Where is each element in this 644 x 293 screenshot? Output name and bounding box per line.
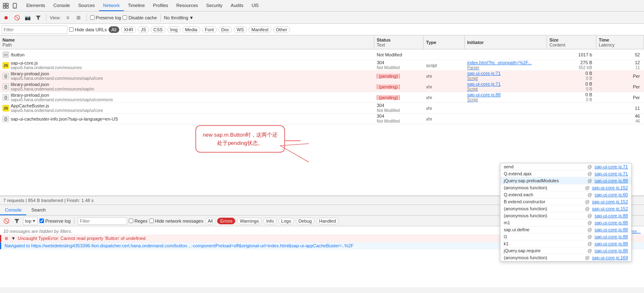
initiator-link[interactable]: sap-ui-core.js:71 (595, 164, 628, 169)
initiator-row[interactable]: k1 @ sap-ui-core.js:88 (500, 240, 631, 247)
console-preserve-log-checkbox[interactable] (39, 219, 44, 223)
filter-chip-js[interactable]: JS (138, 26, 149, 33)
initiator-row[interactable]: (anonymous function) @ sap-ui-core.js:16… (500, 254, 631, 261)
initiator-link[interactable]: sap-ui-core.js:152 (592, 199, 628, 204)
hide-network-label[interactable]: Hide network messages (149, 219, 203, 223)
filter-chip-css[interactable]: CSS (151, 26, 166, 33)
initiator-row[interactable]: Q.extend.ajax @ sap-ui-core.js:71 (500, 170, 631, 177)
table-row[interactable]: — /button Not Modified 1017 b 52 (0, 49, 644, 60)
initiator-row[interactable]: (anonymous function) @ sap-ui-core.js:15… (500, 205, 631, 212)
tab-search-btn[interactable]: Search (26, 205, 51, 215)
table-row[interactable]: JS AppCacheBuster.js sapui5.hana.ondeman… (0, 103, 644, 114)
td-initiator-3[interactable]: sap-ui-core.js:71 Script (465, 81, 547, 92)
initiator-row[interactable]: Q.extend.each @ sap-ui-core.js:60 (500, 191, 631, 198)
table-row[interactable]: {} library-preload.json sapui5.hana.onde… (0, 92, 644, 103)
console-chip-handled[interactable]: Handled (316, 218, 339, 224)
console-preserve-log-label[interactable]: Preserve log (39, 219, 71, 223)
regex-label[interactable]: Regex (129, 219, 148, 223)
tab-elements[interactable]: Elements (22, 0, 49, 11)
regex-checkbox[interactable] (129, 219, 133, 223)
table-row[interactable]: {} sap-ui-cachebuster-info.json?sap-ui-l… (0, 114, 644, 124)
tab-sources[interactable]: Sources (74, 0, 99, 11)
initiator-link[interactable]: sap-ui-core.js:88 (595, 178, 628, 183)
tab-profiles[interactable]: Profiles (149, 0, 172, 11)
grid-view-button[interactable]: ⊞ (74, 13, 83, 22)
th-status[interactable]: Status Text (374, 35, 424, 49)
console-filter-input[interactable] (78, 217, 127, 225)
tab-timeline[interactable]: Timeline (124, 0, 149, 11)
initiator-link[interactable]: sap-ui-core.js:88 (595, 220, 628, 225)
device-icon[interactable] (11, 2, 19, 10)
initiator-link[interactable]: sap-ui-core.js:60 (595, 192, 628, 197)
list-view-button[interactable]: ≡ (63, 13, 72, 22)
table-row[interactable]: {} library-preload.json sapui5.hana.onde… (0, 81, 644, 92)
filter-chip-media[interactable]: Media (182, 26, 200, 33)
initiator-link[interactable]: sap-ui-core.js:88 (595, 241, 628, 246)
th-name[interactable]: Name Path (0, 35, 374, 49)
hide-data-urls-checkbox[interactable] (69, 27, 74, 32)
filter-chip-manifest[interactable]: Manifest (248, 26, 271, 33)
record-button[interactable]: ⏺ (2, 13, 11, 22)
console-chip-errors[interactable]: Errors (217, 218, 235, 224)
td-initiator-1[interactable]: index.html?hc_orionpath=%2F... Parser (465, 60, 547, 70)
th-size[interactable]: Size Content (547, 35, 596, 49)
hide-data-urls-label[interactable]: Hide data URLs (69, 27, 107, 32)
initiator-link[interactable]: sap-ui-core.js:88 (595, 234, 628, 239)
initiator-row[interactable]: send @ sap-ui-core.js:71 (500, 163, 631, 170)
td-initiator-2[interactable]: sap-ui-core.js:71 Script (465, 71, 547, 81)
initiator-link[interactable]: sap-ui-core.js:169 (592, 255, 628, 260)
tab-audits[interactable]: Audits (227, 0, 248, 11)
filter-chip-font[interactable]: Font (202, 26, 217, 33)
clear-button[interactable]: 🚫 (12, 13, 21, 22)
tab-console-btn[interactable]: Console (0, 205, 26, 215)
initiator-row[interactable]: B.extend.constructor @ sap-ui-core.js:15… (500, 198, 631, 205)
filter-button[interactable] (34, 13, 43, 22)
table-row[interactable]: {} library-preload.json sapui5.hana.onde… (0, 71, 644, 81)
filter-chip-ws[interactable]: WS (234, 26, 247, 33)
top-context-selector[interactable]: top ▼ (23, 217, 38, 225)
tab-ui5[interactable]: UI5 (248, 0, 263, 11)
filter-chip-img[interactable]: Img (167, 26, 181, 33)
initiator-row[interactable]: (anonymous function) @ sap-ui-core.js:15… (500, 184, 631, 191)
preserve-log-label[interactable]: Preserve log (90, 15, 121, 20)
camera-button[interactable]: 📷 (23, 13, 32, 22)
filter-chip-doc[interactable]: Doc (218, 26, 232, 33)
console-filter-icon[interactable] (12, 216, 21, 226)
tab-security[interactable]: Security (202, 0, 227, 11)
initiator-link[interactable]: sap-ui-core.js:152 (592, 206, 628, 211)
table-row[interactable]: JS sap-ui-core.js sapui5.hana.ondemand.c… (0, 60, 644, 71)
tab-console[interactable]: Console (49, 0, 74, 11)
initiator-link[interactable]: sap-ui-core.js:88 (595, 227, 628, 232)
console-chip-debug[interactable]: Debug (296, 218, 315, 224)
console-chip-info[interactable]: Info (263, 218, 276, 224)
initiator-link[interactable]: sap-ui-core.js:152 (592, 185, 628, 190)
throttle-select[interactable]: No throttling ▼ (164, 15, 194, 20)
th-type[interactable]: Type (424, 35, 465, 49)
console-chip-logs[interactable]: Logs (278, 218, 294, 224)
initiator-row[interactable]: (anonymous function) @ sap-ui-core.js:88 (500, 212, 631, 219)
initiator-link[interactable]: sap-ui-core.js:88 (595, 213, 628, 218)
th-initiator[interactable]: Initiator (465, 35, 547, 49)
initiator-row[interactable]: m1 @ sap-ui-core.js:88 (500, 219, 631, 226)
filter-chip-all[interactable]: All (109, 26, 119, 33)
expand-arrow-icon[interactable]: ▼ (11, 236, 16, 241)
initiator-link[interactable]: sap-ui-core.js:71 (595, 171, 628, 176)
th-time[interactable]: Time Latency (596, 35, 644, 49)
hide-network-checkbox[interactable] (149, 219, 154, 223)
filter-chip-xhr[interactable]: XHR (121, 26, 136, 33)
preserve-log-checkbox[interactable] (90, 15, 95, 20)
inspect-icon[interactable] (2, 2, 10, 10)
console-chip-warnings[interactable]: Warnings (237, 218, 262, 224)
initiator-row-selected[interactable]: jQuery.sap.preloadModules @ sap-ui-core.… (500, 177, 631, 184)
tab-network[interactable]: Network (99, 0, 124, 11)
console-clear-button[interactable]: 🚫 (2, 216, 11, 226)
initiator-row[interactable]: l1 @ sap-ui-core.js:88 (500, 233, 631, 240)
initiator-row[interactable]: sap.ui.define @ sap-ui-core.js:88 (500, 226, 631, 233)
td-initiator-4[interactable]: sap-ui-core.js:88 Script (465, 92, 547, 102)
filter-input[interactable] (2, 26, 67, 34)
filter-chip-other[interactable]: Other (273, 26, 290, 33)
initiator-row[interactable]: jQuery.sap.require @ sap-ui-core.js:88 (500, 247, 631, 254)
console-chip-all[interactable]: All (205, 218, 215, 224)
disable-cache-checkbox[interactable] (123, 15, 127, 20)
tab-resources[interactable]: Resources (172, 0, 202, 11)
